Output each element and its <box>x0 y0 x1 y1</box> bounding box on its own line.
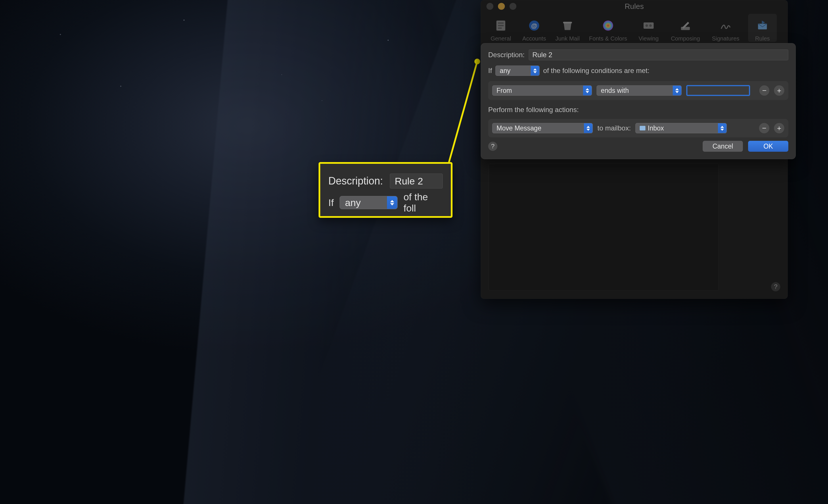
mailbox-icon <box>640 126 646 131</box>
tab-label: Fonts & Colors <box>589 35 627 42</box>
action-to-label: to mailbox: <box>597 124 631 132</box>
tab-accounts[interactable]: @ Accounts <box>520 14 548 42</box>
composing-icon <box>678 18 693 33</box>
sheet-help-button[interactable]: ? <box>488 142 497 151</box>
callout-description-input: Rule 2 <box>390 174 443 188</box>
chevron-updown-icon <box>387 196 397 209</box>
callout-match-mode-select: any <box>339 196 398 209</box>
description-label: Description: <box>488 51 525 59</box>
remove-condition-button[interactable]: − <box>759 85 770 96</box>
ok-button[interactable]: OK <box>748 141 788 152</box>
tab-composing[interactable]: Composing <box>668 14 703 42</box>
junk-mail-icon <box>560 18 575 33</box>
svg-text:@: @ <box>531 22 537 29</box>
actions-label: Perform the following actions: <box>488 106 579 114</box>
cancel-button[interactable]: Cancel <box>703 141 743 152</box>
if-prefix: If <box>488 67 492 75</box>
tab-label: General <box>491 35 511 42</box>
callout-row-1: Description: Rule 2 <box>320 164 451 191</box>
chevron-updown-icon <box>584 123 592 133</box>
svg-rect-10 <box>644 22 654 29</box>
tab-general[interactable]: General <box>487 14 515 42</box>
if-suffix: of the following conditions are met: <box>543 67 650 75</box>
fonts-colors-icon <box>601 18 616 33</box>
condition-field-select[interactable]: From <box>492 85 592 96</box>
tab-signatures[interactable]: Signatures <box>708 14 743 42</box>
titlebar: Rules <box>481 0 788 13</box>
tab-label: Junk Mail <box>555 35 580 42</box>
svg-rect-5 <box>498 28 502 29</box>
tab-junk-mail[interactable]: Junk Mail <box>553 14 582 42</box>
annotation-callout: Description: Rule 2 If any of the foll <box>319 162 453 218</box>
action-row: Move Message to mailbox: Inbox − + <box>488 119 788 137</box>
tab-label: Signatures <box>712 35 739 42</box>
callout-row-2: If any of the foll <box>320 191 451 218</box>
tab-fonts-colors[interactable]: Fonts & Colors <box>586 14 630 42</box>
svg-point-9 <box>603 20 613 31</box>
tab-label: Composing <box>671 35 700 42</box>
window-title: Rules <box>481 2 788 11</box>
callout-description-label: Description: <box>328 175 383 187</box>
viewing-icon <box>641 18 656 33</box>
rule-editor-sheet: Description: Rule 2 If any of the follow… <box>481 43 796 159</box>
svg-rect-8 <box>563 22 572 24</box>
description-input[interactable]: Rule 2 <box>529 49 788 60</box>
tab-rules[interactable]: Rules <box>748 14 777 42</box>
accounts-icon: @ <box>527 18 542 33</box>
tab-label: Accounts <box>523 35 546 42</box>
tab-viewing[interactable]: Viewing <box>634 14 663 42</box>
svg-rect-4 <box>498 25 504 26</box>
callout-if-prefix: If <box>328 197 334 208</box>
tab-label: Viewing <box>638 35 659 42</box>
chevron-updown-icon <box>583 86 592 95</box>
svg-point-11 <box>646 25 648 27</box>
rules-window: Rules General @ Accounts Junk Mail Fonts… <box>481 0 788 299</box>
rules-list[interactable] <box>489 164 719 291</box>
chevron-updown-icon <box>718 123 727 133</box>
action-verb-select[interactable]: Move Message <box>492 123 593 133</box>
condition-row: From ends with − + <box>488 81 788 100</box>
add-action-button[interactable]: + <box>774 123 784 133</box>
svg-rect-13 <box>681 27 690 30</box>
chevron-updown-icon <box>531 66 539 76</box>
svg-rect-3 <box>498 22 504 24</box>
signatures-icon <box>718 18 733 33</box>
action-mailbox-select[interactable]: Inbox <box>635 123 727 133</box>
general-icon <box>493 18 508 33</box>
condition-value-input[interactable] <box>686 85 750 96</box>
add-condition-button[interactable]: + <box>774 85 784 96</box>
remove-action-button[interactable]: − <box>759 123 769 133</box>
callout-if-suffix: of the foll <box>403 191 443 214</box>
help-button[interactable]: ? <box>771 282 780 291</box>
preferences-toolbar: General @ Accounts Junk Mail Fonts & Col… <box>481 13 788 45</box>
chevron-updown-icon <box>673 86 681 95</box>
rules-icon <box>755 18 770 33</box>
match-mode-select[interactable]: any <box>495 65 540 76</box>
tab-label: Rules <box>755 35 770 42</box>
svg-point-12 <box>649 25 652 27</box>
condition-operator-select[interactable]: ends with <box>596 85 682 96</box>
